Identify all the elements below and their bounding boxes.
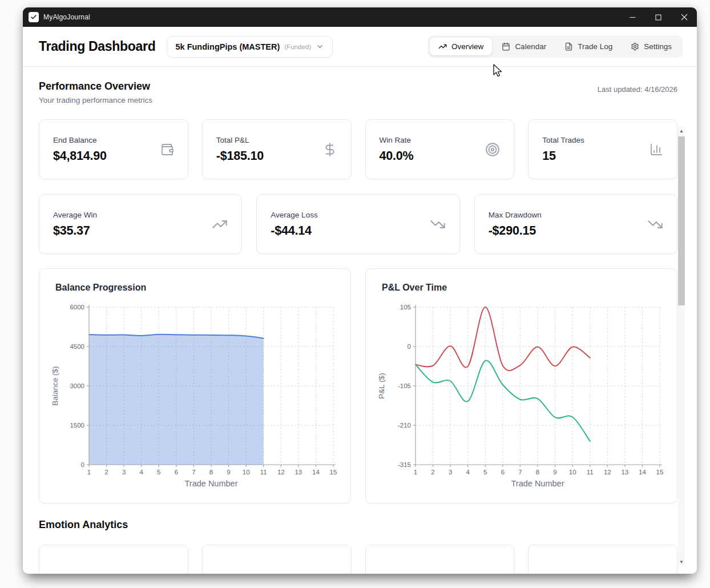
minimize-button[interactable]	[620, 7, 646, 27]
account-selector[interactable]: 5k FundingPips (MASTER) (Funded)	[167, 36, 333, 58]
chart-title: P&L Over Time	[382, 283, 669, 293]
stat-label: Average Loss	[271, 211, 317, 219]
svg-text:0: 0	[81, 461, 84, 468]
tab-trade-log[interactable]: Trade Log	[556, 38, 621, 55]
stat-label: Max Drawdown	[489, 211, 542, 219]
svg-text:3: 3	[449, 469, 452, 476]
balance-progression-card: Balance Progression 01500300045006000123…	[39, 268, 351, 504]
emotion-card	[365, 545, 515, 574]
svg-text:6: 6	[501, 469, 505, 476]
svg-text:7: 7	[192, 469, 195, 476]
vertical-scrollbar[interactable]: ▲ ▼	[678, 127, 685, 566]
svg-text:0: 0	[408, 343, 411, 350]
svg-text:7: 7	[518, 469, 522, 476]
svg-text:14: 14	[639, 469, 646, 476]
svg-text:-315: -315	[398, 461, 411, 468]
stat-card-average-win: Average Win $35.37	[39, 194, 242, 254]
stat-value: $35.37	[53, 224, 97, 238]
svg-text:P&L ($): P&L ($)	[377, 373, 386, 398]
nav-tabs: Overview Calendar Trade Log Settings	[427, 35, 683, 58]
charts-row: Balance Progression 01500300045006000123…	[39, 268, 677, 504]
tab-label: Settings	[644, 42, 672, 51]
emotion-card	[39, 545, 188, 574]
bar-chart-icon	[650, 143, 663, 156]
emotion-card	[202, 545, 352, 574]
svg-text:Trade Number: Trade Number	[185, 479, 238, 488]
svg-text:9: 9	[553, 469, 556, 476]
stat-card-total-pnl: Total P&L -$185.10	[202, 119, 352, 179]
stats-row-1: End Balance $4,814.90 Total P&L -$185.10…	[39, 119, 677, 179]
page-title: Trading Dashboard	[39, 39, 155, 54]
stats-row-2: Average Win $35.37 Average Loss -$44.14 …	[39, 194, 677, 254]
trending-down-icon	[647, 216, 663, 232]
stat-label: Total P&L	[216, 136, 264, 144]
trending-down-icon	[430, 216, 446, 232]
svg-text:6000: 6000	[70, 304, 84, 311]
pnl-over-time-chart: -315-210-1050105123456789101112131415Tra…	[372, 302, 666, 499]
target-icon	[485, 142, 500, 157]
app-title: MyAlgoJournal	[43, 13, 90, 21]
svg-text:11: 11	[587, 469, 594, 476]
performance-heading: Performance Overview	[39, 80, 152, 92]
svg-text:5: 5	[483, 469, 487, 476]
svg-text:4500: 4500	[70, 343, 84, 350]
tab-calendar[interactable]: Calendar	[493, 38, 555, 55]
app-logo-icon	[29, 12, 39, 22]
stat-card-total-trades: Total Trades 15	[528, 119, 677, 179]
stat-label: Total Trades	[542, 136, 584, 144]
svg-text:8: 8	[536, 469, 539, 476]
svg-text:13: 13	[621, 469, 628, 476]
svg-text:9: 9	[227, 469, 230, 476]
svg-text:5: 5	[157, 469, 160, 476]
close-button[interactable]	[671, 7, 697, 27]
app-window: MyAlgoJournal Trading Dashboard 5k Fundi…	[23, 7, 697, 574]
svg-text:Trade Number: Trade Number	[511, 479, 564, 488]
svg-text:2: 2	[104, 469, 108, 476]
performance-subtitle: Your trading performance metrics	[39, 96, 152, 104]
chart-title: Balance Progression	[55, 283, 342, 293]
stat-label: Win Rate	[380, 136, 414, 144]
svg-text:3: 3	[122, 469, 126, 476]
scrollbar-thumb[interactable]	[678, 136, 685, 305]
calendar-icon	[502, 42, 510, 51]
tab-settings[interactable]: Settings	[622, 38, 680, 55]
emotion-heading: Emotion Analytics	[39, 519, 677, 531]
stat-value: -$290.15	[489, 224, 542, 238]
svg-text:15: 15	[330, 469, 337, 476]
file-text-icon	[564, 42, 573, 51]
svg-text:4: 4	[140, 469, 144, 476]
emotion-cards	[39, 545, 677, 574]
tab-overview[interactable]: Overview	[430, 38, 492, 55]
svg-text:12: 12	[604, 469, 611, 476]
maximize-button[interactable]	[646, 7, 671, 27]
svg-text:12: 12	[277, 469, 285, 476]
trending-up-icon	[438, 42, 447, 51]
svg-text:10: 10	[243, 469, 250, 476]
svg-text:1: 1	[87, 469, 91, 476]
svg-text:Balance ($): Balance ($)	[51, 366, 59, 405]
main-content: Performance Overview Your trading perfor…	[23, 67, 697, 574]
svg-text:105: 105	[400, 304, 411, 311]
svg-text:15: 15	[656, 469, 664, 476]
last-updated: Last updated: 4/16/2026	[598, 85, 677, 94]
trending-up-icon	[212, 216, 228, 232]
svg-text:14: 14	[312, 469, 320, 476]
svg-text:1500: 1500	[70, 422, 84, 429]
chevron-down-icon	[316, 42, 324, 51]
svg-text:-105: -105	[398, 382, 411, 389]
tab-label: Calendar	[515, 42, 546, 51]
svg-text:1: 1	[414, 469, 417, 476]
svg-text:3000: 3000	[70, 382, 84, 389]
svg-text:13: 13	[295, 469, 302, 476]
stat-card-win-rate: Win Rate 40.0%	[365, 119, 515, 179]
account-funded-badge: (Funded)	[284, 43, 311, 50]
emotion-section: Emotion Analytics	[39, 519, 677, 574]
scroll-down-arrow-icon[interactable]: ▼	[678, 558, 685, 566]
svg-text:2: 2	[431, 469, 434, 476]
svg-text:-210: -210	[398, 422, 411, 429]
stat-value: 40.0%	[380, 149, 414, 163]
stat-value: -$185.10	[216, 149, 264, 163]
scroll-up-arrow-icon[interactable]: ▲	[678, 127, 685, 135]
header: Trading Dashboard 5k FundingPips (MASTER…	[23, 27, 697, 67]
stat-card-max-drawdown: Max Drawdown -$290.15	[474, 194, 677, 254]
